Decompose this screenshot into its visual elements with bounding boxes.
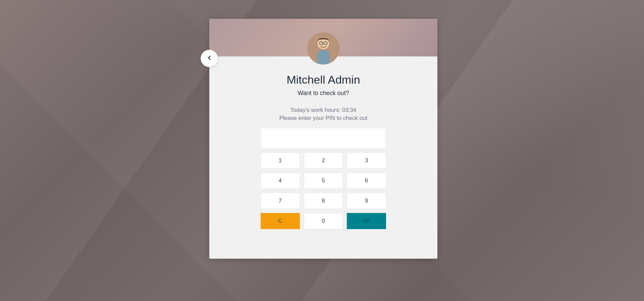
pin-input[interactable]	[261, 128, 385, 148]
keypad-clear[interactable]: C	[261, 213, 300, 229]
keypad-2[interactable]: 2	[304, 153, 343, 169]
keypad-5[interactable]: 5	[304, 173, 343, 189]
card-content: Mitchell Admin Want to check out? Today'…	[209, 56, 437, 229]
user-name: Mitchell Admin	[209, 73, 437, 86]
keypad: 1 2 3 4 5 6 7 8 9 C 0 OK	[261, 153, 386, 229]
back-button[interactable]	[201, 50, 218, 67]
keypad-1[interactable]: 1	[261, 153, 300, 169]
chevron-left-icon	[206, 54, 213, 62]
checkout-question: Want to check out?	[209, 90, 437, 97]
keypad-8[interactable]: 8	[304, 193, 343, 209]
keypad-6[interactable]: 6	[347, 173, 386, 189]
checkout-card: Mitchell Admin Want to check out? Today'…	[209, 19, 437, 259]
keypad-9[interactable]: 9	[347, 193, 386, 209]
avatar-image	[307, 32, 339, 64]
avatar	[307, 32, 339, 64]
keypad-3[interactable]: 3	[347, 153, 386, 169]
keypad-4[interactable]: 4	[261, 173, 300, 189]
keypad-ok[interactable]: OK	[347, 213, 386, 229]
pin-instruction: Please enter your PIN to check out	[209, 114, 437, 122]
keypad-7[interactable]: 7	[261, 193, 300, 209]
work-hours-line: Today's work hours: 03:34	[209, 106, 437, 114]
keypad-0[interactable]: 0	[304, 213, 343, 229]
